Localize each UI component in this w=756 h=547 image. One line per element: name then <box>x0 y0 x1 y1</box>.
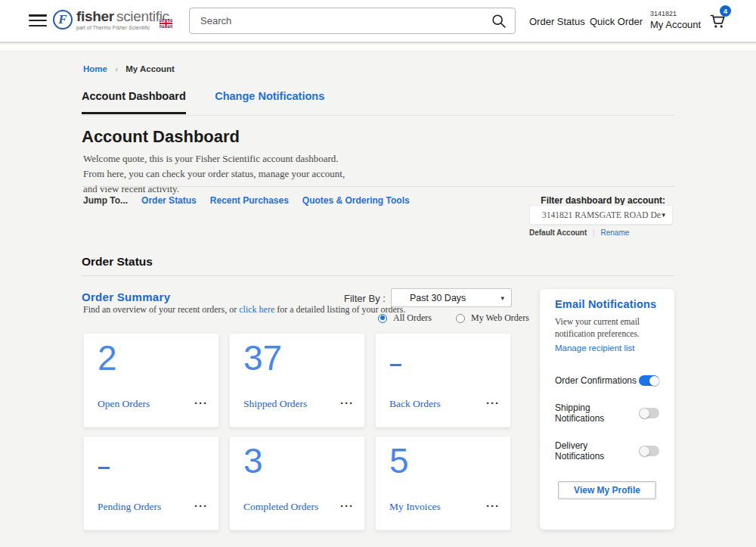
divider <box>82 275 674 276</box>
rename-link[interactable]: Rename <box>600 228 629 237</box>
jump-to-quotes-tools[interactable]: Quotes & Ordering Tools <box>302 195 410 206</box>
toggle-label: Delivery Notifications <box>555 440 639 462</box>
email-notifications-panel: Email Notifications View your current em… <box>540 289 674 530</box>
search-input[interactable] <box>190 8 485 33</box>
order-confirmations-toggle[interactable] <box>639 375 659 386</box>
more-options-icon[interactable]: ··· <box>486 502 500 510</box>
summary-text-pre: Find an overview of your recent orders, … <box>83 304 239 315</box>
cart-button[interactable]: 4 <box>708 11 727 30</box>
account-number: 3141821 <box>650 10 701 17</box>
toggle-label: Shipping Notifications <box>555 402 639 424</box>
card-link[interactable]: Completed Orders <box>243 501 318 513</box>
welcome-text: Welcome quote, this is your Fisher Scien… <box>83 151 348 197</box>
card-count: – <box>389 341 402 387</box>
radio-all-orders-label: All Orders <box>393 312 432 324</box>
more-options-icon[interactable]: ··· <box>194 399 208 407</box>
header-subbar <box>0 45 756 51</box>
card-pending-orders[interactable]: – Pending Orders ··· <box>83 436 219 530</box>
order-filter-radios: All Orders My Web Orders <box>378 312 529 324</box>
radio-button-icon[interactable] <box>378 314 387 323</box>
card-shipped-orders[interactable]: 37 Shipped Orders ··· <box>229 333 365 427</box>
logo-text: fisherscientific part of Thermo Fisher S… <box>76 9 169 30</box>
logo-f-icon: F <box>53 10 73 30</box>
card-link[interactable]: Shipped Orders <box>243 398 307 410</box>
card-count: 2 <box>98 335 117 381</box>
manage-recipient-list-link[interactable]: Manage recipient list <box>555 343 634 353</box>
chevron-down-icon: ▾ <box>662 211 672 219</box>
tab-change-notifications[interactable]: Change Notifications <box>215 90 324 112</box>
jump-to-label: Jump To... <box>83 195 128 206</box>
card-count: – <box>98 444 110 490</box>
fisher-scientific-logo[interactable]: F fisherscientific part of Thermo Fisher… <box>53 9 169 30</box>
delivery-notifications-toggle[interactable] <box>639 446 659 456</box>
toggle-knob <box>649 376 659 386</box>
toggle-knob <box>640 409 649 418</box>
top-header: F fisherscientific part of Thermo Fisher… <box>0 0 756 43</box>
more-options-icon[interactable]: ··· <box>194 502 208 510</box>
chevron-down-icon: ▾ <box>500 294 511 302</box>
order-status-heading: Order Status <box>82 255 153 269</box>
nav-order-status[interactable]: Order Status <box>529 16 585 27</box>
more-options-icon[interactable]: ··· <box>340 502 354 510</box>
jump-to-nav: Jump To... Order Status Recent Purchases… <box>83 195 410 206</box>
filter-by-label: Filter By : <box>344 293 386 304</box>
page: F fisherscientific part of Thermo Fisher… <box>0 0 756 547</box>
cart-count-badge: 4 <box>720 5 731 17</box>
more-options-icon[interactable]: ··· <box>486 399 500 407</box>
toggle-row-order-confirmations: Order Confirmations <box>555 375 659 386</box>
card-link[interactable]: Pending Orders <box>98 501 161 513</box>
default-account-label: Default Account <box>529 228 587 237</box>
card-link[interactable]: My Invoices <box>389 501 441 513</box>
tab-account-dashboard[interactable]: Account Dashboard <box>82 90 186 114</box>
card-my-invoices[interactable]: 5 My Invoices ··· <box>375 436 511 530</box>
divider <box>82 186 674 187</box>
account-filter-value: 3141821 RAMSGATE ROAD Default Account <box>530 210 662 219</box>
meta-divider: | <box>593 228 595 237</box>
shipping-notifications-toggle[interactable] <box>639 408 659 418</box>
card-link[interactable]: Open Orders <box>98 398 150 410</box>
view-my-profile-button[interactable]: View My Profile <box>558 481 656 499</box>
more-options-icon[interactable]: ··· <box>340 399 354 407</box>
card-link[interactable]: Back Orders <box>389 398 441 410</box>
email-notifications-title: Email Notifications <box>555 298 659 310</box>
order-summary-subtext: Find an overview of your recent orders, … <box>83 304 406 315</box>
jump-to-order-status[interactable]: Order Status <box>141 195 197 206</box>
card-count: 3 <box>243 438 263 483</box>
breadcrumb-current: My Account <box>125 64 175 73</box>
breadcrumb: Home › My Account <box>83 64 175 73</box>
nav-my-account[interactable]: 3141821 My Account <box>650 10 701 31</box>
radio-all-orders[interactable]: All Orders <box>378 312 432 324</box>
radio-my-web-orders[interactable]: My Web Orders <box>456 312 529 324</box>
breadcrumb-home-link[interactable]: Home <box>83 64 107 73</box>
date-range-dropdown[interactable]: Past 30 Days ▾ <box>391 288 512 307</box>
page-title: Account Dashboard <box>82 127 240 147</box>
order-summary-title: Order Summary <box>82 291 170 303</box>
toggle-label: Order Confirmations <box>555 375 637 386</box>
search-icon[interactable] <box>491 13 507 30</box>
toggle-row-delivery-notifications: Delivery Notifications <box>555 440 659 462</box>
card-completed-orders[interactable]: 3 Completed Orders ··· <box>229 436 365 530</box>
radio-my-web-orders-label: My Web Orders <box>471 312 529 324</box>
toggle-knob <box>640 446 649 456</box>
search-bar <box>189 8 516 34</box>
card-count: 37 <box>243 335 282 381</box>
account-filter-label: Filter dashboard by account: <box>454 195 665 206</box>
nav-quick-order[interactable]: Quick Order <box>590 16 643 27</box>
click-here-link[interactable]: click here <box>239 304 274 315</box>
menu-icon[interactable] <box>29 14 47 28</box>
logo-brand-bold: fisher <box>76 8 114 24</box>
breadcrumb-separator-icon: › <box>115 64 118 73</box>
radio-button-icon[interactable] <box>456 314 465 323</box>
logo-tagline: part of Thermo Fisher Scientific <box>76 25 169 30</box>
jump-to-recent-purchases[interactable]: Recent Purchases <box>210 195 289 206</box>
toggle-row-shipping-notifications: Shipping Notifications <box>555 402 659 424</box>
card-open-orders[interactable]: 2 Open Orders ··· <box>83 333 219 427</box>
notification-toggles: Order Confirmations Shipping Notificatio… <box>555 375 659 462</box>
date-range-value: Past 30 Days <box>392 293 500 303</box>
card-count: 5 <box>389 438 409 483</box>
my-account-label: My Account <box>650 19 701 31</box>
account-filter-dropdown[interactable]: 3141821 RAMSGATE ROAD Default Account ▾ <box>529 205 673 225</box>
tabs-row: Account Dashboard Change Notifications <box>82 89 674 116</box>
card-back-orders[interactable]: – Back Orders ··· <box>375 333 511 427</box>
uk-flag-icon[interactable] <box>160 17 172 26</box>
